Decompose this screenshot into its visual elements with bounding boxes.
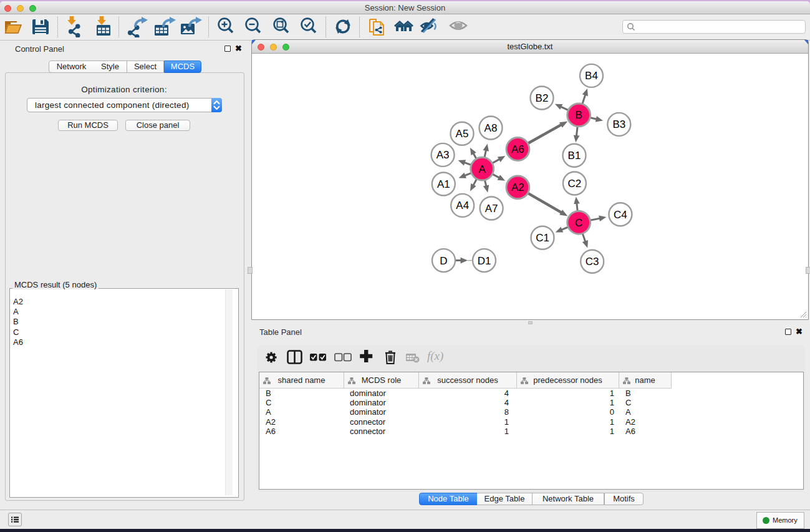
svg-text:D1: D1 (478, 255, 491, 267)
svg-text:B: B (576, 109, 582, 121)
svg-text:A8: A8 (485, 122, 498, 134)
svg-text:A5: A5 (456, 128, 469, 140)
svg-text:A2: A2 (511, 181, 524, 193)
svg-text:A: A (479, 163, 486, 175)
svg-text:C: C (575, 217, 582, 229)
svg-text:A3: A3 (436, 149, 450, 161)
svg-text:B1: B1 (568, 150, 581, 162)
svg-text:C1: C1 (536, 232, 549, 244)
svg-text:B3: B3 (612, 118, 625, 130)
svg-text:C3: C3 (586, 256, 599, 268)
svg-text:C2: C2 (568, 178, 582, 190)
svg-text:A1: A1 (437, 178, 450, 190)
svg-text:A4: A4 (456, 200, 469, 211)
svg-text:A7: A7 (485, 203, 498, 215)
svg-text:A6: A6 (511, 143, 524, 155)
svg-text:B2: B2 (536, 92, 549, 104)
svg-text:B4: B4 (585, 70, 598, 82)
svg-text:D: D (440, 255, 447, 267)
svg-text:C4: C4 (614, 209, 627, 221)
